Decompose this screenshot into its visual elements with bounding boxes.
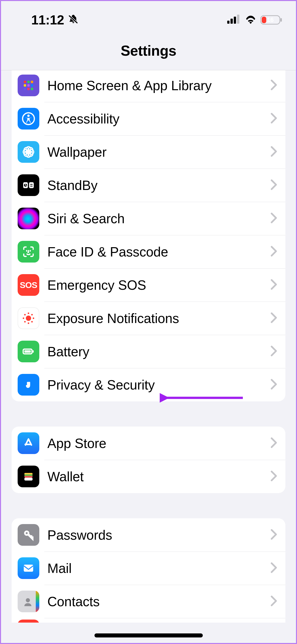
nav-header: Settings: [1, 31, 296, 70]
svg-point-18: [27, 115, 29, 117]
settings-row-appstore[interactable]: App Store: [12, 427, 285, 460]
chevron-right-icon: [270, 79, 277, 91]
svg-rect-3: [234, 17, 236, 24]
row-label: Contacts: [47, 594, 270, 609]
svg-point-53: [26, 598, 30, 602]
home-indicator[interactable]: [94, 633, 203, 637]
svg-point-34: [28, 312, 29, 314]
settings-row-partial-bottom[interactable]: [12, 618, 285, 623]
svg-point-39: [31, 314, 33, 315]
row-label: StandBy: [47, 178, 270, 193]
chevron-right-icon: [270, 437, 277, 449]
mail-icon: [18, 557, 39, 579]
chevron-right-icon: [270, 113, 277, 125]
svg-point-41: [31, 321, 33, 323]
settings-row-exposure[interactable]: Exposure Notifications: [12, 302, 285, 335]
svg-rect-52: [24, 565, 33, 572]
accessibility-icon: [18, 108, 39, 130]
settings-row-accessibility[interactable]: Accessibility: [12, 102, 285, 135]
cellular-icon: [227, 15, 241, 25]
battery-settings-icon: [18, 341, 39, 362]
settings-group-accounts: Passwords Mail Contacts: [12, 518, 285, 623]
settings-row-wallet[interactable]: Wallet: [12, 460, 285, 493]
settings-group-system: Home Screen & App Library Accessibility: [12, 70, 285, 401]
settings-row-home-screen[interactable]: Home Screen & App Library: [12, 70, 285, 102]
chevron-right-icon: [270, 279, 277, 291]
page-title: Settings: [121, 42, 176, 59]
svg-rect-43: [24, 350, 31, 352]
svg-rect-44: [32, 350, 34, 352]
standby-icon: [18, 174, 39, 196]
row-label: Privacy & Security: [47, 377, 270, 393]
svg-rect-48: [24, 476, 33, 478]
faceid-icon: [18, 241, 39, 263]
svg-rect-12: [27, 84, 29, 86]
settings-row-battery[interactable]: Battery: [12, 335, 285, 368]
settings-row-mail[interactable]: Mail: [12, 552, 285, 585]
row-label: Accessibility: [47, 111, 270, 126]
settings-row-standby[interactable]: StandBy: [12, 169, 285, 202]
svg-rect-15: [27, 88, 29, 90]
passwords-icon: [18, 524, 39, 546]
chevron-right-icon: [270, 379, 277, 391]
settings-group-store: App Store Wallet: [12, 427, 285, 493]
svg-rect-6: [280, 18, 282, 22]
settings-screen: 11:12: [1, 1, 296, 643]
svg-rect-14: [24, 88, 26, 90]
svg-rect-1: [227, 21, 229, 24]
wifi-icon: [244, 15, 257, 25]
chevron-right-icon: [270, 179, 277, 191]
battery-percent-text: 16: [260, 16, 280, 23]
settings-list[interactable]: Home Screen & App Library Accessibility: [1, 70, 296, 643]
row-label: Wallpaper: [47, 144, 270, 160]
svg-rect-10: [31, 81, 33, 83]
svg-rect-30: [29, 182, 34, 188]
chevron-right-icon: [270, 312, 277, 324]
row-label: Face ID & Passcode: [47, 244, 270, 260]
calendar-icon: [18, 620, 39, 623]
svg-rect-11: [24, 84, 26, 86]
svg-rect-32: [30, 186, 32, 186]
svg-rect-9: [27, 81, 29, 83]
chevron-right-icon: [270, 246, 277, 258]
battery-icon: 16: [260, 15, 282, 25]
status-left: 11:12: [31, 12, 79, 27]
chevron-right-icon: [270, 146, 277, 158]
row-label: Battery: [47, 344, 270, 359]
svg-point-40: [24, 321, 26, 323]
row-label: Wallet: [47, 469, 270, 484]
settings-row-siri[interactable]: Siri & Search: [12, 202, 285, 235]
sos-icon: SOS: [18, 274, 39, 296]
settings-row-passwords[interactable]: Passwords: [12, 518, 285, 552]
chevron-right-icon: [270, 345, 277, 358]
appstore-icon: [18, 432, 39, 454]
wallet-icon: [18, 466, 39, 487]
svg-point-38: [24, 314, 26, 315]
svg-rect-8: [24, 81, 26, 83]
wallpaper-icon: [18, 141, 39, 163]
status-right: 16: [227, 15, 282, 25]
chevron-right-icon: [270, 212, 277, 224]
svg-point-51: [26, 532, 27, 534]
silent-icon: [68, 14, 79, 26]
chevron-right-icon: [270, 595, 277, 607]
settings-row-wallpaper[interactable]: Wallpaper: [12, 135, 285, 169]
svg-point-36: [23, 317, 24, 319]
chevron-right-icon: [270, 529, 277, 541]
settings-row-contacts[interactable]: Contacts: [12, 585, 285, 618]
row-label: Mail: [47, 561, 270, 576]
svg-rect-2: [230, 19, 233, 24]
status-time: 11:12: [31, 12, 64, 27]
chevron-right-icon: [270, 562, 277, 574]
settings-row-privacy[interactable]: Privacy & Security: [12, 368, 285, 401]
contacts-icon: [18, 591, 39, 612]
svg-point-37: [33, 317, 34, 319]
row-label: App Store: [47, 436, 270, 451]
exposure-icon: [18, 307, 39, 329]
settings-row-sos[interactable]: SOS Emergency SOS: [12, 268, 285, 302]
status-bar: 11:12: [1, 1, 296, 31]
row-label: Emergency SOS: [47, 277, 270, 293]
svg-rect-4: [237, 15, 239, 24]
settings-row-faceid[interactable]: Face ID & Passcode: [12, 235, 285, 268]
svg-point-33: [26, 316, 31, 321]
